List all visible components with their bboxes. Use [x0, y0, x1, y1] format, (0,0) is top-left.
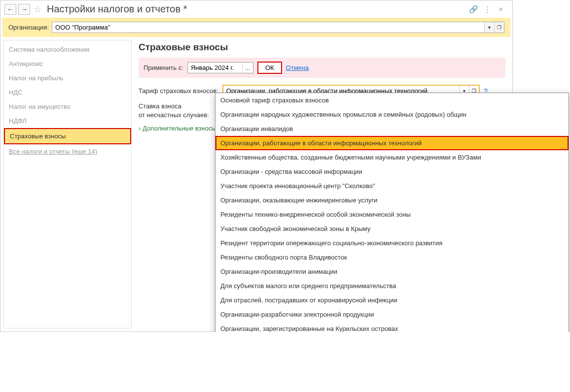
page-title: Настройки налогов и отчетов *: [47, 3, 467, 15]
dropdown-option[interactable]: Организации-разработчики электронной про…: [215, 307, 569, 322]
dropdown-option[interactable]: Организации, зарегистрированные на Курил…: [215, 322, 569, 332]
dropdown-option[interactable]: Участник свободной экономической зоны в …: [215, 222, 569, 236]
dropdown-option[interactable]: Для отраслей, пострадавших от коронавиру…: [215, 293, 569, 307]
tariff-label: Тариф страховых взносов:: [139, 87, 218, 95]
sidebar-item-profit-tax[interactable]: Налог на прибыль: [4, 71, 131, 85]
content-title: Страховые взносы: [139, 42, 505, 53]
link-icon[interactable]: 🔗: [469, 5, 478, 14]
dropdown-option[interactable]: Организации инвалидов: [215, 122, 569, 136]
dropdown-option[interactable]: Резиденты свободного порта Владивосток: [215, 250, 569, 264]
tariff-dropdown: Основной тариф страховых взносовОрганиза…: [215, 93, 569, 332]
organization-dropdown-icon[interactable]: ▾: [484, 22, 494, 33]
dropdown-option[interactable]: Основной тариф страховых взносов: [215, 93, 569, 107]
back-button[interactable]: ←: [4, 4, 16, 15]
chevron-right-icon: ›: [139, 125, 141, 132]
window-header: ← → ☆ Настройки налогов и отчетов * 🔗 ⋮ …: [0, 0, 512, 18]
dropdown-option[interactable]: Организации-производители анимации: [215, 264, 569, 279]
sidebar-all-taxes-link[interactable]: Все налоги и отчеты (еще 14): [4, 144, 131, 159]
organization-input[interactable]: [52, 22, 484, 33]
dropdown-option[interactable]: Организации, работающие в области информ…: [215, 136, 569, 150]
organization-row: Организация: ▾ ❐: [2, 18, 510, 37]
organization-input-wrap: ▾ ❐: [52, 22, 504, 33]
sidebar-item-insurance[interactable]: Страховые взносы: [4, 128, 131, 144]
dropdown-option[interactable]: Организации - средства массовой информац…: [215, 164, 569, 179]
dropdown-option[interactable]: Резидент территории опережающего социаль…: [215, 236, 569, 250]
cancel-link[interactable]: Отмена: [286, 64, 309, 71]
apply-from-picker-icon[interactable]: ...: [242, 63, 253, 73]
apply-from-input[interactable]: [188, 63, 242, 73]
organization-open-icon[interactable]: ❐: [494, 22, 504, 33]
favorite-icon[interactable]: ☆: [32, 4, 43, 15]
more-icon[interactable]: ⋮: [483, 5, 492, 14]
sidebar-item-tax-system[interactable]: Система налогообложения: [4, 42, 131, 57]
sidebar: Система налогообложения Антикризис Налог…: [3, 40, 132, 328]
sidebar-item-anticrisis[interactable]: Антикризис: [4, 57, 131, 71]
dropdown-option[interactable]: Организации, оказывающие инжиниринговые …: [215, 193, 569, 207]
dropdown-option[interactable]: Организации народных художественных пром…: [215, 107, 569, 122]
sidebar-item-ndfl[interactable]: НДФЛ: [4, 114, 131, 128]
dropdown-option[interactable]: Резиденты технико-внедренческой особой э…: [215, 207, 569, 222]
organization-label: Организация:: [8, 24, 49, 31]
sidebar-item-property-tax[interactable]: Налог на имущество: [4, 99, 131, 114]
close-icon[interactable]: ×: [497, 5, 505, 14]
dropdown-option[interactable]: Хозяйственные общества, созданные бюджет…: [215, 150, 569, 164]
sidebar-item-vat[interactable]: НДС: [4, 85, 131, 99]
ok-button[interactable]: ОК: [257, 62, 282, 74]
dropdown-option[interactable]: Для субъектов малого или среднего предпр…: [215, 279, 569, 293]
apply-from-row: Применить с: ... ОК Отмена: [139, 58, 505, 78]
forward-button[interactable]: →: [18, 4, 30, 15]
dropdown-option[interactable]: Участник проекта инновационный центр "Ск…: [215, 179, 569, 193]
apply-from-label: Применить с:: [143, 64, 183, 71]
